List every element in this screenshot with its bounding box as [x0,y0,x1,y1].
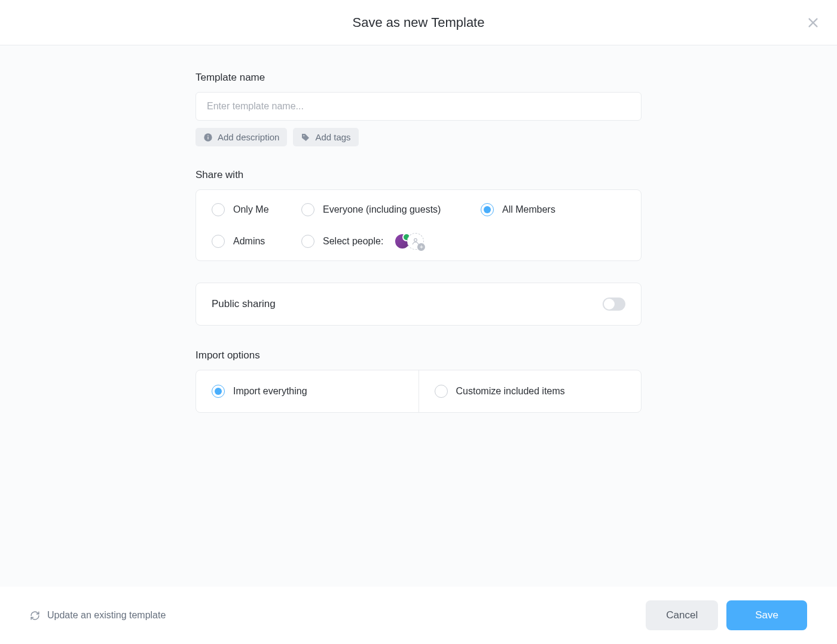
radio-only-me-label: Only Me [233,204,269,215]
plus-icon: + [417,243,425,251]
public-sharing-card: Public sharing [195,283,642,326]
info-icon [203,133,213,142]
template-name-input[interactable] [195,92,642,121]
add-description-label: Add description [218,132,279,142]
add-person-button[interactable]: + [407,233,424,250]
radio-select-people[interactable]: Select people: + [301,233,481,250]
import-customize-label: Customize included items [456,386,565,397]
dialog-footer: Update an existing template Cancel Save [0,587,837,644]
radio-icon [212,235,225,248]
public-sharing-label: Public sharing [212,298,276,310]
share-card: Only Me Everyone (including guests) All … [195,189,642,261]
radio-only-me[interactable]: Only Me [212,203,301,216]
svg-point-6 [414,238,417,241]
template-name-label: Template name [195,72,642,84]
add-tags-button[interactable]: Add tags [293,128,358,146]
public-sharing-toggle[interactable] [603,298,625,311]
update-existing-template-link[interactable]: Update an existing template [30,610,166,621]
radio-admins-label: Admins [233,236,265,247]
import-everything-option[interactable]: Import everything [196,370,419,412]
import-customize-option[interactable]: Customize included items [419,370,642,412]
radio-icon [301,203,314,216]
radio-all-members[interactable]: All Members [481,203,625,216]
close-icon [807,16,820,29]
add-description-button[interactable]: Add description [195,128,287,146]
toggle-knob [604,299,615,309]
import-everything-label: Import everything [233,386,307,397]
radio-everyone-label: Everyone (including guests) [323,204,441,215]
dialog-title: Save as new Template [353,15,485,30]
refresh-icon [30,611,40,621]
save-button[interactable]: Save [726,600,807,630]
svg-rect-4 [207,135,208,136]
dialog-header: Save as new Template [0,0,837,45]
import-options-label: Import options [195,349,642,361]
people-chips: + [394,233,424,250]
radio-admins[interactable]: Admins [212,235,301,248]
radio-icon [301,235,314,248]
add-tags-label: Add tags [315,132,350,142]
radio-icon [212,203,225,216]
radio-select-people-label: Select people: [323,236,383,247]
svg-rect-3 [207,136,208,139]
cancel-button[interactable]: Cancel [646,600,718,630]
import-card: Import everything Customize included ite… [195,370,642,413]
radio-all-members-label: All Members [502,204,555,215]
radio-icon-selected [481,203,494,216]
tag-icon [301,133,310,142]
radio-everyone[interactable]: Everyone (including guests) [301,203,481,216]
dialog-body: Template name Add description Add tags S… [0,45,837,587]
close-button[interactable] [805,14,821,31]
svg-point-5 [304,135,305,136]
radio-icon-selected [212,385,225,398]
radio-icon [435,385,448,398]
share-with-label: Share with [195,169,642,181]
update-existing-template-label: Update an existing template [47,610,166,621]
